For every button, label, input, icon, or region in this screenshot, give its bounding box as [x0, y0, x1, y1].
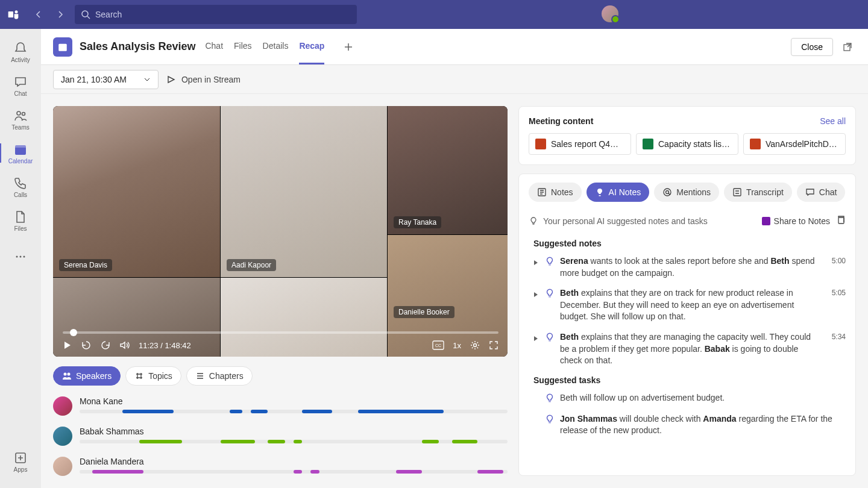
powerpoint-icon	[535, 139, 546, 149]
page-header: Sales Analysis Review Chat Files Details…	[41, 29, 868, 65]
rail-calls[interactable]: Calls	[0, 170, 41, 204]
rail-calendar[interactable]: Calendar	[0, 136, 41, 170]
settings-button[interactable]	[470, 340, 480, 351]
chip-topics[interactable]: Topics	[125, 366, 181, 386]
volume-button[interactable]	[119, 340, 130, 351]
note-timestamp[interactable]: 5:34	[832, 333, 846, 341]
pill-mentions[interactable]: Mentions	[654, 183, 719, 202]
note-text: Serena wants to look at the sales report…	[560, 255, 822, 279]
speaker-timeline[interactable]	[80, 410, 508, 413]
avatar	[53, 457, 72, 476]
page-title: Sales Analysis Review	[80, 40, 195, 53]
tab-recap[interactable]: Recap	[299, 29, 324, 64]
pill-chat[interactable]: Chat	[797, 183, 846, 202]
video-scrubber[interactable]	[63, 331, 498, 334]
participant-name: Aadi Kapoor	[227, 259, 276, 271]
svg-point-17	[64, 373, 67, 376]
teams-logo-icon	[5, 6, 22, 23]
see-all-link[interactable]: See all	[820, 116, 846, 126]
share-to-notes-button[interactable]: Share to Notes	[762, 216, 830, 226]
note-text: Beth explains that they are on track for…	[560, 287, 822, 323]
note-text: Beth explains that they are managing the…	[560, 331, 822, 367]
add-tab-button[interactable]	[340, 39, 357, 55]
meeting-video[interactable]: Serena Davis Aadi Kapoor Ray Tanaka Dani…	[53, 106, 508, 357]
fullscreen-button[interactable]	[489, 340, 498, 350]
svg-point-4	[17, 111, 20, 115]
play-button[interactable]	[63, 340, 72, 350]
video-controls: 11:23 / 1:48:42 CC 1x	[53, 314, 508, 357]
svg-rect-23	[762, 217, 770, 225]
excel-icon	[643, 139, 653, 149]
speaker-row: Mona Kane	[53, 396, 508, 416]
expand-icon[interactable]	[533, 333, 539, 344]
svg-rect-24	[838, 217, 844, 224]
rail-files[interactable]: Files	[0, 204, 41, 237]
task-text: Jon Shammas will double check with Amand…	[560, 413, 846, 437]
svg-point-18	[68, 373, 71, 376]
open-in-stream-link[interactable]: Open in Stream	[166, 74, 241, 85]
tab-chat[interactable]: Chat	[205, 29, 223, 64]
notes-panel: Notes AI Notes Mentions Transcript Chat …	[518, 174, 856, 476]
note-timestamp[interactable]: 5:05	[832, 289, 846, 297]
lightbulb-icon	[529, 216, 538, 226]
tab-details[interactable]: Details	[263, 29, 289, 64]
participant-name: Ray Tanaka	[394, 216, 441, 228]
pill-transcript[interactable]: Transcript	[724, 183, 792, 202]
avatar	[53, 427, 72, 446]
file-item[interactable]: VanArsdelPitchDe…	[743, 133, 846, 155]
date-dropdown[interactable]: Jan 21, 10:30 AM	[53, 70, 159, 89]
task-text: Beth will follow up on advertisement bud…	[560, 392, 846, 404]
pill-ai-notes[interactable]: AI Notes	[587, 183, 650, 202]
expand-icon[interactable]	[533, 289, 539, 300]
rail-apps[interactable]: Apps	[0, 445, 41, 478]
speaker-name: Daniela Mandera	[80, 457, 508, 466]
speaker-row: Daniela Mandera	[53, 457, 508, 476]
chip-chapters[interactable]: Chapters	[186, 366, 253, 386]
titlebar: Search ···	[0, 0, 868, 29]
speaker-timeline[interactable]	[80, 440, 508, 443]
rail-teams[interactable]: Teams	[0, 102, 41, 136]
svg-point-5	[22, 112, 25, 115]
timeline-chips: Speakers Topics Chapters	[53, 366, 508, 386]
speaker-row: Babak Shammas	[53, 427, 508, 446]
stream-icon	[166, 74, 177, 85]
forward-10-button[interactable]	[100, 340, 111, 351]
close-button[interactable]: Close	[791, 38, 833, 56]
file-item[interactable]: Sales report Q4…	[529, 133, 631, 155]
popout-button[interactable]	[839, 39, 856, 55]
suggested-task: Beth will follow up on advertisement bud…	[533, 392, 846, 406]
speakers-list: Mona Kane Babak Shammas	[53, 396, 508, 476]
pill-notes[interactable]: Notes	[529, 183, 582, 202]
forward-button[interactable]	[51, 5, 70, 24]
tab-files[interactable]: Files	[234, 29, 252, 64]
search-input[interactable]: Search	[75, 5, 357, 24]
video-tile: Ray Tanaka	[388, 106, 508, 234]
svg-point-16	[474, 344, 477, 347]
speed-button[interactable]: 1x	[453, 341, 461, 350]
svg-point-21	[666, 191, 669, 194]
back-button[interactable]	[29, 5, 48, 24]
lightbulb-icon	[544, 256, 555, 269]
rail-more[interactable]	[0, 240, 41, 274]
svg-point-8	[16, 256, 18, 258]
file-item[interactable]: Capacity stats list…	[636, 133, 738, 155]
captions-button[interactable]: CC	[432, 340, 444, 350]
powerpoint-icon	[750, 139, 761, 149]
rail-activity[interactable]: Activity	[0, 35, 41, 69]
copy-button[interactable]	[836, 215, 846, 227]
expand-icon[interactable]	[533, 257, 539, 268]
note-timestamp[interactable]: 5:00	[832, 257, 846, 265]
app-rail: Activity Chat Teams Calendar Calls Files…	[0, 29, 41, 488]
lightbulb-icon	[544, 332, 555, 345]
lightbulb-icon	[544, 414, 555, 427]
speaker-timeline[interactable]	[80, 470, 508, 474]
rewind-10-button[interactable]	[81, 340, 92, 351]
rail-chat[interactable]: Chat	[0, 69, 41, 102]
avatar	[53, 396, 72, 416]
calendar-pill-icon	[53, 37, 72, 57]
video-tile: Aadi Kapoor	[221, 106, 387, 277]
participant-name: Serena Davis	[59, 259, 112, 271]
video-time: 11:23 / 1:48:42	[139, 341, 191, 350]
user-avatar[interactable]	[602, 5, 618, 22]
chip-speakers[interactable]: Speakers	[53, 366, 121, 386]
